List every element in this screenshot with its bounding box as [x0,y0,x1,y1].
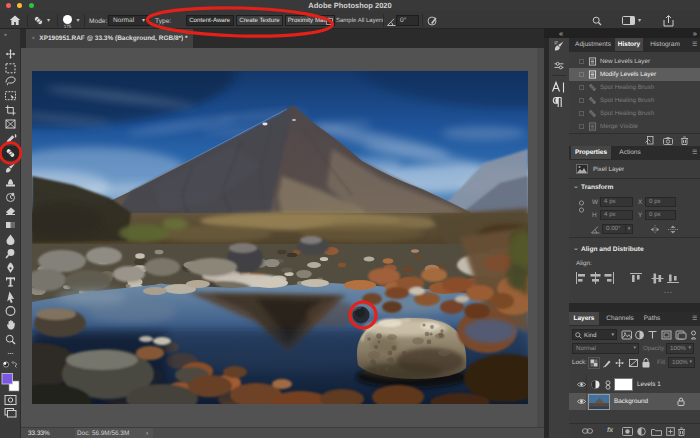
svg-text:»: » [4,32,7,38]
svg-text:...: ... [8,349,14,356]
